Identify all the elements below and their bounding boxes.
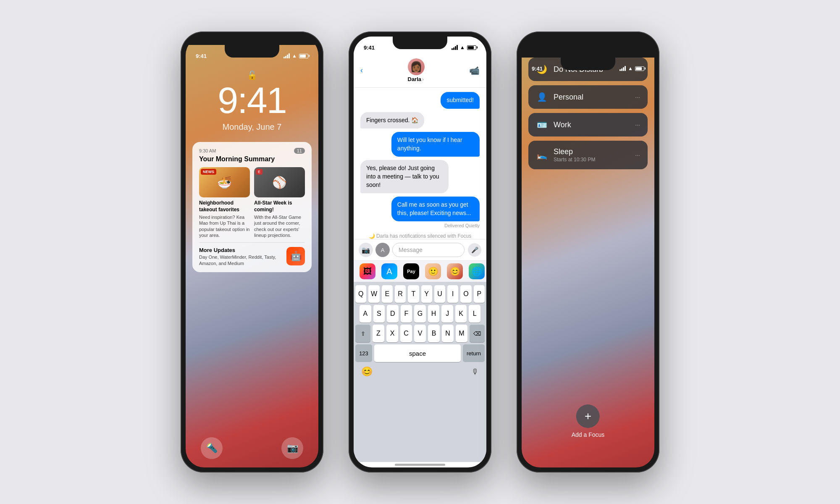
torch-button[interactable]: 🔦 xyxy=(201,437,223,459)
lock-bottom: 🔦 📷 xyxy=(186,437,318,459)
lock-date: Monday, June 7 xyxy=(186,122,318,132)
globe-icon[interactable]: 🌐 xyxy=(469,263,485,279)
torch-icon: 🔦 xyxy=(206,443,218,454)
notif-title: Your Morning Summary xyxy=(199,155,305,163)
sleep-label: Sleep xyxy=(554,147,629,156)
notch-3 xyxy=(561,58,615,70)
article-2: E ⚾ All-Star Week is coming! With the Al… xyxy=(254,167,305,238)
message-input[interactable]: Message xyxy=(392,243,465,257)
key-z[interactable]: Z xyxy=(373,325,384,342)
message-list: submitted! Fingers crossed. 🏠 Will let y… xyxy=(354,88,486,239)
applepay-icon[interactable]: Pay xyxy=(403,263,419,279)
phone-3: 9:41 ▲ 🌙 xyxy=(517,32,659,472)
notch-1 xyxy=(225,45,279,58)
key-g[interactable]: G xyxy=(414,305,426,323)
kb-emoji-row: 😊 🎙 xyxy=(355,364,485,380)
focus-notice: 🌙 Darla has notifications silenced with … xyxy=(360,231,480,239)
key-l[interactable]: L xyxy=(469,305,480,323)
key-k[interactable]: K xyxy=(455,305,467,323)
key-h[interactable]: H xyxy=(428,305,440,323)
key-w[interactable]: W xyxy=(368,285,379,303)
app-icons-row: 🖼 A Pay 🙂 😊 🌐 🎵 xyxy=(354,261,486,282)
camera-icon: 📷 xyxy=(287,443,298,454)
key-o[interactable]: O xyxy=(460,285,471,303)
reddit-icon: 🤖 xyxy=(286,247,305,265)
article-headline-2: All-Star Week is coming! xyxy=(254,200,305,213)
key-v[interactable]: V xyxy=(414,325,426,342)
key-p[interactable]: P xyxy=(474,285,485,303)
audio-btn[interactable]: 🎤 xyxy=(468,243,481,257)
key-shift[interactable]: ⇧ xyxy=(355,325,370,342)
signal-icon-1 xyxy=(284,53,290,58)
battery-icon-1 xyxy=(299,54,308,58)
key-r[interactable]: R xyxy=(395,285,406,303)
add-focus-button[interactable]: + xyxy=(576,404,600,428)
video-call-button[interactable]: 📹 xyxy=(469,66,480,76)
key-x[interactable]: X xyxy=(386,325,398,342)
memoji2-icon[interactable]: 😊 xyxy=(447,263,463,279)
key-s[interactable]: S xyxy=(373,305,385,323)
camera-app-btn[interactable]: 📷 xyxy=(359,243,373,257)
mic-button[interactable]: 🎙 xyxy=(471,368,479,376)
home-indicator-2 xyxy=(395,464,445,466)
focus-item-personal[interactable]: 👤 Personal ··· xyxy=(528,85,648,109)
personal-more[interactable]: ··· xyxy=(635,94,640,100)
msg-status-time: 9:41 xyxy=(364,45,375,51)
sleep-sublabel: Starts at 10:30 PM xyxy=(554,157,629,163)
contact-avatar: 👩🏾 xyxy=(408,58,425,75)
key-i[interactable]: I xyxy=(447,285,458,303)
key-m[interactable]: M xyxy=(456,325,467,342)
personal-label: Personal xyxy=(554,93,629,102)
key-j[interactable]: J xyxy=(441,305,453,323)
work-more[interactable]: ··· xyxy=(635,121,640,128)
add-icon: + xyxy=(585,410,591,423)
key-d[interactable]: D xyxy=(387,305,399,323)
focus-item-sleep[interactable]: 🛌 Sleep Starts at 10:30 PM ··· xyxy=(528,141,648,169)
focus-item-work[interactable]: 🪪 Work ··· xyxy=(528,113,648,136)
notif-header: 9:30 AM 11 xyxy=(199,148,305,154)
key-u[interactable]: U xyxy=(434,285,445,303)
article-badge-2: E xyxy=(256,169,262,175)
key-space[interactable]: space xyxy=(374,344,461,362)
article-img-2: E ⚾ xyxy=(254,167,305,197)
kb-bottom-row: 123 space return xyxy=(355,344,485,362)
notif-time: 9:30 AM xyxy=(199,148,216,153)
sleep-label-col: Sleep Starts at 10:30 PM xyxy=(554,147,629,163)
article-1: NEWS 🍜 Neighborhood takeout favorites Ne… xyxy=(199,167,250,238)
key-123[interactable]: 123 xyxy=(355,344,372,362)
msg-status-icons: ▲ xyxy=(452,45,476,50)
key-delete[interactable]: ⌫ xyxy=(470,325,485,342)
sleep-icon: 🛌 xyxy=(536,150,548,160)
sleep-more[interactable]: ··· xyxy=(635,152,640,158)
key-a[interactable]: A xyxy=(360,305,371,323)
status-icons-3: ▲ xyxy=(620,66,644,71)
key-t[interactable]: T xyxy=(408,285,419,303)
memoji1-icon[interactable]: 🙂 xyxy=(425,263,441,279)
signal-icon-3 xyxy=(620,66,626,71)
key-n[interactable]: N xyxy=(442,325,454,342)
more-updates: More Updates Day One, WaterMinder, Reddi… xyxy=(199,242,305,266)
article-img-1: NEWS 🍜 xyxy=(199,167,250,197)
delivered-text: Delivered Quietly xyxy=(360,223,480,228)
key-e[interactable]: E xyxy=(382,285,393,303)
notification-card[interactable]: 9:30 AM 11 Your Morning Summary NEWS 🍜 N… xyxy=(192,142,312,272)
camera-button[interactable]: 📷 xyxy=(281,437,303,459)
key-return[interactable]: return xyxy=(463,344,485,362)
kb-row-3: ⇧ Z X C V B N M ⌫ xyxy=(355,325,485,342)
more-title: More Updates xyxy=(199,247,286,253)
contact-name: Darla xyxy=(408,76,422,82)
appstore-app-icon[interactable]: A xyxy=(381,263,397,279)
msg-bubble-1: submitted! xyxy=(441,92,480,109)
status-time-3: 9:41 xyxy=(532,66,543,72)
key-y[interactable]: Y xyxy=(421,285,432,303)
key-b[interactable]: B xyxy=(428,325,440,342)
key-c[interactable]: C xyxy=(400,325,412,342)
key-q[interactable]: Q xyxy=(355,285,366,303)
key-f[interactable]: F xyxy=(401,305,412,323)
apps-btn[interactable]: A xyxy=(375,243,390,257)
add-focus[interactable]: + Add a Focus xyxy=(572,404,605,438)
msg-contact[interactable]: 👩🏾 Darla › xyxy=(408,58,425,82)
back-button[interactable]: ‹ xyxy=(360,66,363,75)
photos-app-icon[interactable]: 🖼 xyxy=(360,263,375,279)
emoji-button[interactable]: 😊 xyxy=(361,366,373,377)
